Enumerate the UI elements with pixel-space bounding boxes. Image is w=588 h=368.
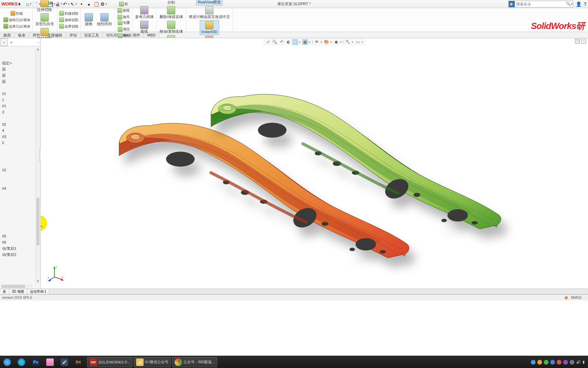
tree-tab-appearance-icon[interactable]: ● [7, 39, 15, 46]
tree-item[interactable]: 4 [1, 127, 40, 134]
task-browser-icon[interactable] [16, 357, 29, 367]
loft-base-button[interactable]: 放样凸台/基体 [3, 17, 31, 23]
logo-dropdown-icon[interactable] [19, 2, 21, 6]
rib-button[interactable]: 筋 [117, 1, 130, 7]
tray-icon[interactable] [563, 360, 568, 365]
display-style-icon[interactable]: ▦ [303, 39, 308, 45]
instant3d-button[interactable]: Instant3D [200, 20, 219, 35]
boundary-base-button[interactable]: 边界凸台/基体 [3, 24, 31, 29]
start-button[interactable] [1, 357, 14, 367]
scroll-down-icon[interactable]: ▼ [36, 280, 40, 284]
tree-item[interactable]: 动/复刻2 [1, 251, 40, 258]
boundary-cut-button[interactable]: 边界切除 [59, 24, 79, 29]
task-gallery-icon[interactable] [44, 357, 57, 367]
task-ps-icon[interactable]: Ps [30, 357, 43, 367]
tree-item[interactable]: #3 [1, 134, 40, 140]
tree-item[interactable]: 动/复刻1 [1, 245, 40, 251]
scroll-up-icon[interactable]: ▲ [36, 48, 40, 52]
search-icon[interactable]: ▶ [509, 1, 515, 7]
select-icon[interactable]: ↖▼ [70, 1, 77, 7]
scroll-thumb[interactable] [36, 198, 39, 245]
tab-surface[interactable]: 曲面 [0, 32, 15, 38]
tree-item[interactable]: #6 [1, 239, 40, 245]
tab-render[interactable]: 渲染工具 [81, 32, 103, 38]
tree-item[interactable]: 5 [1, 140, 40, 146]
intersect-button[interactable]: 相交 [117, 27, 131, 32]
tree-expand-icon[interactable]: › [38, 40, 39, 44]
user-icon[interactable]: 👤 [576, 1, 582, 7]
loft-cut-button[interactable]: 放样切割 [59, 17, 79, 23]
maximize-icon[interactable]: □ [581, 39, 586, 44]
tray-icon[interactable] [550, 360, 555, 365]
tree-scrollbar[interactable]: ▲ ▼ [35, 48, 40, 284]
task-chrome[interactable]: 公众号 - 360极速... [172, 357, 217, 367]
tab-model[interactable]: 座 [0, 289, 9, 294]
view-settings-icon[interactable]: 🔧 [345, 39, 350, 45]
tree-item[interactable]: 1 [1, 97, 40, 103]
tree-toggle-button[interactable]: 将设计树由英文改成中文 [187, 5, 231, 20]
status-units[interactable]: MMGS [571, 296, 582, 300]
undo-icon[interactable]: ↶▼ [63, 1, 70, 7]
tray-icon[interactable] [544, 360, 549, 365]
tree-item[interactable]: #1 [1, 91, 40, 97]
tray-icon[interactable] [531, 360, 536, 365]
rebuild-icon[interactable]: • [78, 1, 85, 7]
mirror-button[interactable]: 镜向 [117, 33, 131, 39]
move-copy-button[interactable]: 移动/复制实体 [158, 20, 184, 34]
tab-evaluate[interactable]: 评估 [66, 32, 81, 38]
zoom-fit-icon[interactable]: ⤢ [265, 39, 271, 45]
split-button[interactable]: 分割 [164, 0, 178, 5]
options-icon[interactable]: 📋 [93, 1, 100, 7]
tree-item[interactable]: 指定> [1, 60, 40, 66]
view-selector-icon[interactable]: ▭ [355, 39, 360, 45]
model-part-green[interactable] [167, 59, 514, 229]
hscroll-thumb[interactable] [1, 285, 25, 288]
delete-keep-button[interactable]: 删除/保留实体 [158, 5, 184, 20]
restore-icon[interactable]: ❐ [575, 39, 580, 44]
fillet-button[interactable]: 圆角 [82, 13, 96, 27]
search-input[interactable] [515, 2, 566, 6]
draft-button[interactable]: 拔模 [117, 8, 130, 14]
task-solidworks[interactable]: SWSOLIDWORKS P... [87, 357, 132, 367]
print-icon[interactable]: 🖨▼ [55, 1, 62, 7]
task-paint-icon[interactable]: 🖌 [59, 357, 71, 367]
scene-icon[interactable]: ◉ [333, 39, 339, 45]
tray-icon[interactable] [570, 360, 574, 365]
sweep-cut-button[interactable]: 扫描切除 [59, 11, 79, 16]
tree-item[interactable]: #5 [1, 233, 40, 239]
tab-motion[interactable]: 运动算例 1 [27, 289, 49, 294]
tab-sheetmetal[interactable]: 钣金 [15, 32, 29, 38]
tree-tab-feature-icon[interactable]: ⬦ [0, 39, 7, 46]
section-view-icon[interactable]: ◐ [286, 39, 291, 45]
tree-item[interactable]: 面 [1, 66, 40, 72]
task-misc-icon[interactable]: 8✕ [73, 357, 86, 367]
tab-3dview[interactable]: 3D 视图 [9, 289, 27, 294]
command-search[interactable]: ▶ 🔍▾ [508, 1, 573, 7]
tray-icon[interactable] [557, 360, 561, 365]
tree-item[interactable]: 3 [1, 109, 40, 115]
ref-geometry-button[interactable]: 参考几何体 [134, 5, 155, 20]
view-orient-icon[interactable]: ⬚ [293, 39, 298, 45]
tray-volume-icon[interactable]: 🔊 [576, 360, 581, 364]
graphics-viewport[interactable]: ⤢ 🔍 ↶ ◐ ⬚▼ ▦▼ 👁▼ 🎨▼ ◉▼ 🔧▼ ▭▼ ❐ □ ↖ [41, 38, 588, 289]
hide-show-icon[interactable]: 👁 [314, 39, 320, 45]
extrude-cut-button[interactable]: 拉伸切除 [36, 0, 53, 13]
tree-item[interactable]: #1 [1, 103, 40, 109]
appearance-icon[interactable]: 🎨 [324, 39, 329, 45]
tree-item[interactable]: #2 [1, 167, 40, 173]
task-explorer[interactable]: 📁H:\微信公众号 [134, 357, 171, 367]
curves-button[interactable]: 曲线 [137, 20, 151, 34]
hole-wizard-button[interactable]: 异型孔向导 [34, 13, 55, 27]
home-icon[interactable]: ⌂▼ [26, 1, 32, 7]
gear-icon[interactable]: ⚙▼ [100, 1, 107, 7]
realview-button[interactable]: RealView图形 [196, 0, 223, 5]
linear-pattern-button[interactable]: 线性阵列 [96, 13, 113, 27]
tree-item[interactable]: #2 [1, 121, 40, 127]
tray-icon[interactable] [537, 360, 542, 365]
feature-tree[interactable]: 指定> 面 面 面 #1 1 #1 3 #2 4 #3 5 #2 #4 #5 #… [0, 46, 40, 278]
zoom-area-icon[interactable]: 🔍 [272, 39, 278, 45]
shell-button[interactable]: 抽壳 [117, 14, 130, 20]
tree-hscrollbar[interactable] [1, 284, 32, 289]
tree-item[interactable]: #4 [1, 185, 40, 191]
tree-item[interactable]: 面 [1, 72, 40, 78]
